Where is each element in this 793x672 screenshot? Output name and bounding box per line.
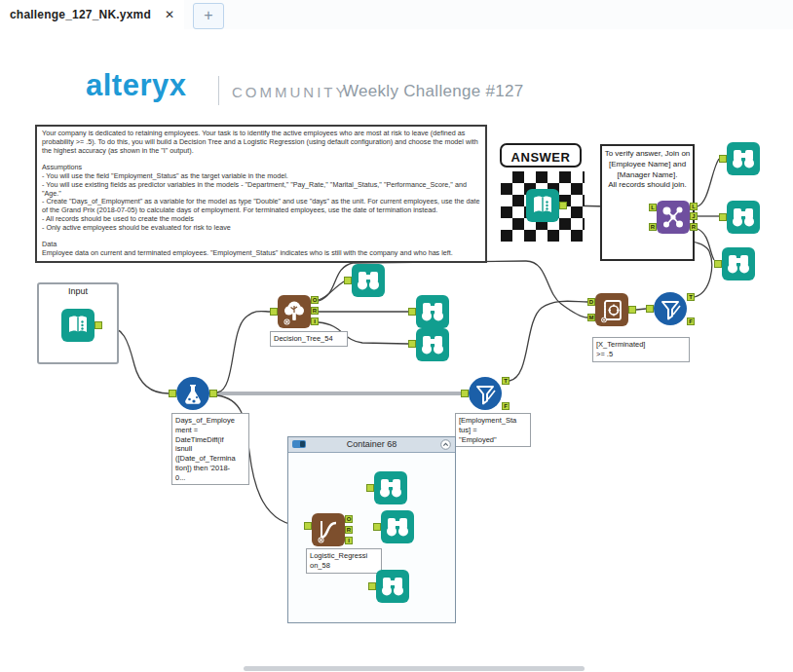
browse-tool[interactable] bbox=[727, 201, 760, 234]
tab-close-icon[interactable]: ✕ bbox=[165, 8, 174, 21]
answer-input-tool[interactable] bbox=[526, 189, 559, 222]
container-68-title: Container 68 bbox=[288, 437, 455, 452]
collapse-icon[interactable] bbox=[440, 439, 451, 450]
workflow-tab-title: challenge_127_NK.yxmd bbox=[10, 8, 151, 21]
browse-tool[interactable] bbox=[381, 510, 414, 543]
input-anchor[interactable] bbox=[461, 390, 469, 397]
join-output-anchor-r[interactable]: R bbox=[690, 223, 698, 231]
input-anchor[interactable] bbox=[646, 305, 654, 313]
employment-filter-annotation: [Employment_Sta tus] = "Employed" bbox=[455, 413, 531, 447]
alteryx-logo: alteryx bbox=[86, 68, 186, 103]
input-anchor[interactable] bbox=[368, 582, 376, 590]
dt-output-anchor-i[interactable]: I bbox=[311, 317, 319, 325]
input-anchor[interactable] bbox=[719, 213, 727, 221]
new-tab-button[interactable]: + bbox=[193, 3, 224, 29]
answer-label-box: ANSWER bbox=[500, 143, 582, 168]
instructions-line: Employee data on current and terminated … bbox=[42, 249, 480, 258]
instructions-line: Your company is dedicated to retaining e… bbox=[42, 130, 480, 156]
browse-tool[interactable] bbox=[376, 570, 409, 603]
binoculars-icon bbox=[727, 142, 760, 175]
binoculars-icon bbox=[722, 247, 755, 280]
input-anchor[interactable] bbox=[304, 522, 312, 530]
join-tool[interactable] bbox=[657, 201, 690, 234]
book-icon bbox=[526, 189, 559, 222]
logistic-regression-tool[interactable] bbox=[312, 513, 345, 546]
verify-line: To verify answer, Join on bbox=[602, 149, 693, 160]
input-anchor[interactable] bbox=[270, 308, 278, 316]
binoculars-icon bbox=[374, 471, 407, 504]
output-anchor[interactable] bbox=[209, 390, 217, 397]
workflow-canvas[interactable]: alteryx COMMUNITY Weekly Challenge #127 … bbox=[0, 29, 793, 672]
browse-tool[interactable] bbox=[416, 328, 449, 361]
output-anchor[interactable] bbox=[559, 202, 567, 209]
input-data-tool[interactable] bbox=[61, 309, 94, 342]
logo-divider bbox=[218, 76, 219, 105]
instructions-line bbox=[42, 233, 480, 241]
lr-output-anchor-i[interactable]: I bbox=[345, 537, 353, 544]
verify-line: [Manager Name]. bbox=[602, 170, 693, 181]
dt-output-anchor-o[interactable]: O bbox=[311, 296, 319, 304]
join-output-anchor-j[interactable]: J bbox=[690, 212, 698, 220]
emp-filter-anchor-t[interactable]: T bbox=[502, 377, 510, 385]
verify-line: [Employee Name] and bbox=[602, 160, 693, 170]
input-anchor[interactable] bbox=[408, 308, 416, 316]
filter-tool-terminated[interactable] bbox=[654, 292, 687, 325]
input-anchor[interactable] bbox=[169, 390, 176, 397]
score-input-anchor-m[interactable]: M bbox=[587, 314, 595, 321]
filter-tool-employment[interactable] bbox=[469, 377, 502, 410]
input-anchor[interactable] bbox=[373, 523, 381, 531]
join-network-icon bbox=[657, 201, 690, 234]
tab-bar: challenge_127_NK.yxmd ✕ + bbox=[0, 0, 793, 30]
browse-tool[interactable] bbox=[416, 295, 449, 328]
join-output-anchor-l[interactable]: L bbox=[690, 203, 698, 210]
container-toggle-icon[interactable] bbox=[292, 440, 306, 448]
decision-tree-annotation: Decision_Tree_54 bbox=[270, 331, 348, 347]
logistic-annotation: Logistic_Regressi on_58 bbox=[306, 548, 382, 574]
funnel-icon bbox=[469, 377, 502, 410]
workflow-tab[interactable]: challenge_127_NK.yxmd ✕ bbox=[0, 0, 184, 29]
term-filter-anchor-f[interactable]: F bbox=[687, 317, 695, 325]
sigmoid-icon bbox=[312, 513, 345, 546]
lr-output-anchor-r[interactable]: R bbox=[345, 526, 353, 534]
emp-filter-anchor-f[interactable]: F bbox=[502, 402, 510, 410]
flask-icon bbox=[176, 377, 209, 410]
dt-output-anchor-r[interactable]: R bbox=[311, 307, 319, 315]
funnel-icon bbox=[654, 292, 687, 325]
verify-line: All records should join. bbox=[602, 180, 693, 191]
instructions-line bbox=[42, 156, 480, 164]
instructions-line: - You will use existing fields as predic… bbox=[42, 181, 480, 199]
input-anchor[interactable] bbox=[714, 260, 722, 268]
binoculars-icon bbox=[416, 328, 449, 361]
book-icon bbox=[61, 309, 94, 342]
formula-tool[interactable] bbox=[176, 377, 209, 410]
binoculars-icon bbox=[727, 201, 760, 234]
input-anchor[interactable] bbox=[366, 484, 374, 492]
binoculars-icon bbox=[416, 295, 449, 328]
browse-tool[interactable] bbox=[352, 264, 385, 297]
score-input-anchor-d[interactable]: D bbox=[587, 298, 595, 306]
score-notebook-icon bbox=[595, 293, 628, 326]
score-tool[interactable] bbox=[595, 293, 628, 326]
join-input-anchor-r[interactable]: R bbox=[649, 223, 657, 231]
terminated-filter-annotation: [X_Terminated] >= .5 bbox=[592, 337, 690, 362]
horizontal-scrollbar[interactable] bbox=[244, 666, 585, 671]
output-anchor[interactable] bbox=[628, 306, 636, 314]
lr-output-anchor-o[interactable]: O bbox=[345, 515, 353, 523]
term-filter-anchor-t[interactable]: T bbox=[687, 293, 695, 301]
join-input-anchor-l[interactable]: L bbox=[649, 204, 657, 211]
binoculars-icon bbox=[381, 510, 414, 543]
browse-tool[interactable] bbox=[374, 471, 407, 504]
output-anchor[interactable] bbox=[94, 321, 102, 329]
browse-tool[interactable] bbox=[727, 142, 760, 175]
answer-checkered-image bbox=[501, 171, 585, 242]
input-anchor[interactable] bbox=[344, 277, 352, 284]
decision-tree-tool[interactable] bbox=[278, 295, 311, 328]
container-68-header[interactable]: Container 68 bbox=[288, 437, 455, 453]
instructions-comment-box: Your company is dedicated to retaining e… bbox=[35, 125, 487, 263]
input-anchor[interactable] bbox=[719, 155, 727, 163]
instructions-line: - Only active employees should be evalua… bbox=[42, 224, 480, 233]
input-anchor[interactable] bbox=[408, 340, 416, 348]
formula-annotation: Days_of_Employe ment = DateTimeDiff(if i… bbox=[171, 413, 249, 485]
binoculars-icon bbox=[376, 570, 409, 603]
browse-tool[interactable] bbox=[722, 247, 755, 280]
